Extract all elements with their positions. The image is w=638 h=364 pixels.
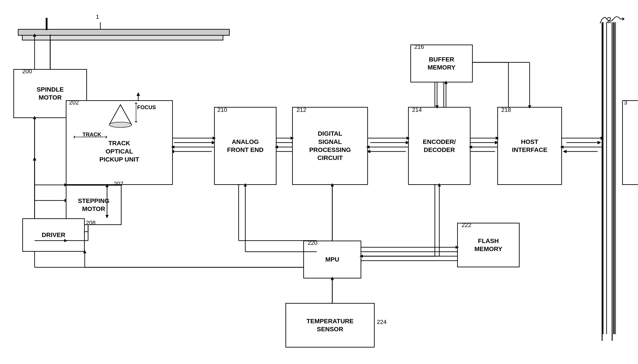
bus-line-2 (613, 22, 614, 334)
temperature-sensor-ref: 224 (377, 318, 387, 326)
svg-marker-63 (137, 92, 140, 96)
svg-marker-69 (134, 122, 138, 122)
svg-marker-11 (33, 157, 36, 160)
svg-marker-36 (598, 141, 601, 144)
svg-marker-68 (134, 102, 138, 104)
disc-ref: 1 (96, 13, 99, 20)
analog-front-end-block: ANALOGFRONT END (214, 107, 276, 185)
pc-block: PC (622, 100, 638, 185)
track-arrows (74, 134, 107, 140)
flash-memory-block: FLASHMEMORY (457, 223, 520, 267)
flash-memory-ref: 222 (462, 222, 471, 228)
mpu-ref: 220 (308, 240, 317, 246)
driver-ref: 208 (86, 220, 95, 226)
figure-squiggle (598, 12, 625, 26)
optical-pickup-ref: 202 (69, 99, 79, 106)
spindle-motor-ref: 200 (22, 68, 32, 75)
digital-signal-block: DIGITALSIGNALPROCESSINGCIRCUIT (292, 107, 368, 185)
focus-cone-icon (107, 102, 134, 129)
buffer-memory-ref: 216 (414, 44, 424, 50)
temperature-sensor-block: TEMPERATURESENSOR (285, 303, 375, 348)
svg-marker-38 (563, 150, 566, 153)
focus-arrows (133, 102, 139, 122)
svg-marker-72 (106, 136, 107, 138)
svg-marker-65 (109, 105, 132, 125)
driver-block: DRIVER (22, 218, 85, 252)
analog-front-end-ref: 210 (217, 106, 227, 114)
svg-marker-71 (74, 136, 75, 138)
host-interface-block: HOSTINTERFACE (497, 107, 562, 185)
pc-ref: 3 (624, 99, 627, 106)
encoder-decoder-block: ENCODER/DECODER (408, 107, 471, 185)
host-interface-ref: 218 (501, 106, 511, 114)
focus-label: FOCUS (137, 104, 156, 110)
disc-shaft (46, 18, 48, 30)
svg-point-66 (109, 122, 132, 128)
bus-line-1 (602, 22, 603, 334)
svg-marker-74 (622, 18, 625, 20)
disc (18, 29, 230, 36)
diagram: 1 SPINDLEMOTOR 200 TRACKOPTICALPICKUP UN… (0, 0, 638, 364)
digital-signal-ref: 212 (296, 106, 306, 114)
encoder-decoder-ref: 214 (412, 106, 422, 114)
